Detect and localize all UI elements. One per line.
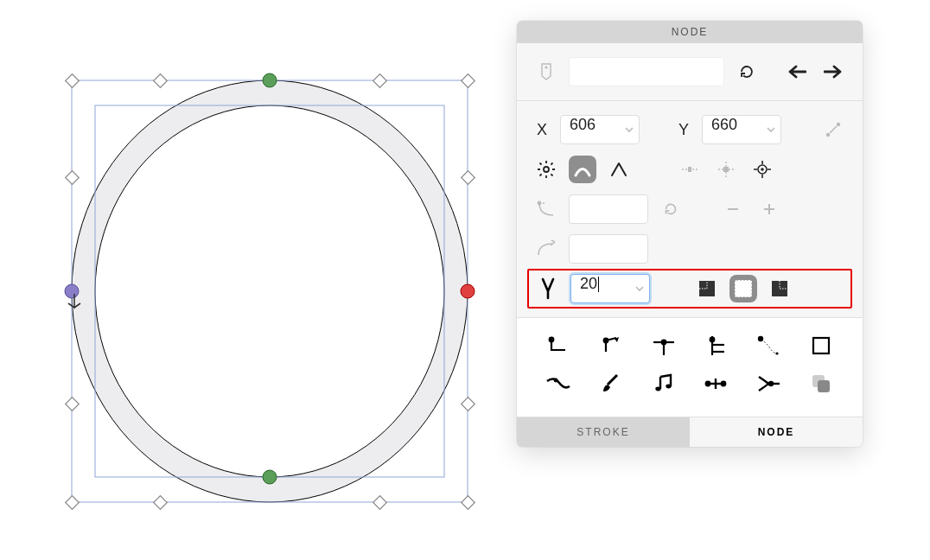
align-center-button[interactable]: [712, 156, 740, 183]
svg-rect-7: [373, 496, 387, 510]
text-caret: [598, 277, 599, 292]
svg-point-69: [768, 381, 774, 386]
svg-rect-28: [723, 167, 729, 172]
footer-tabs: STROKE NODE: [517, 417, 863, 447]
cap-style-2-button[interactable]: [729, 275, 757, 302]
svg-rect-10: [462, 171, 475, 185]
tag-icon: [532, 58, 560, 86]
node-right-selected[interactable]: [461, 284, 475, 298]
svg-rect-0: [66, 74, 80, 88]
node-bottom[interactable]: [263, 470, 277, 484]
handle-row-1: [532, 189, 847, 229]
svg-rect-5: [373, 74, 387, 88]
svg-line-21: [551, 174, 552, 175]
ring-shape[interactable]: [72, 80, 468, 502]
svg-rect-2: [66, 496, 80, 510]
svg-rect-46: [735, 280, 752, 297]
tool-overlap[interactable]: [796, 366, 845, 401]
svg-point-15: [544, 167, 549, 172]
handle-curve-icon: [532, 195, 560, 223]
tool-tangent-point[interactable]: [587, 328, 636, 363]
tool-align-v[interactable]: [691, 328, 741, 363]
y-input[interactable]: 660: [702, 115, 781, 144]
svg-rect-11: [462, 398, 475, 411]
tool-grid: [517, 317, 863, 417]
node-panel: NODE X 606: [517, 21, 863, 447]
handle-input-2[interactable]: [569, 234, 648, 264]
svg-rect-72: [818, 380, 830, 392]
node-top[interactable]: [263, 73, 277, 87]
prev-button[interactable]: [783, 58, 811, 86]
minus-button[interactable]: [719, 195, 747, 223]
corner-node-button[interactable]: [605, 156, 633, 183]
x-input[interactable]: 606: [560, 115, 640, 144]
svg-point-64: [666, 385, 671, 389]
tab-node[interactable]: NODE: [690, 417, 863, 447]
handle-row-2: [532, 229, 847, 269]
tool-barbell[interactable]: [691, 366, 741, 401]
svg-rect-25: [688, 167, 691, 172]
refresh-button[interactable]: [733, 58, 761, 86]
width-input[interactable]: 20: [570, 274, 650, 303]
plus-button[interactable]: [755, 195, 783, 223]
y-label: Y: [674, 121, 693, 139]
svg-rect-6: [154, 496, 168, 510]
svg-point-12: [545, 66, 547, 68]
tool-rect[interactable]: [796, 328, 845, 363]
tool-curve-dots[interactable]: [744, 328, 793, 363]
svg-point-58: [758, 336, 763, 341]
nib-icon: [534, 275, 562, 302]
svg-rect-9: [66, 398, 80, 411]
tool-merge[interactable]: [744, 366, 793, 401]
next-button[interactable]: [819, 58, 847, 86]
reset-handle-button[interactable]: [657, 195, 685, 223]
tool-corner-point[interactable]: [534, 328, 583, 363]
x-label: X: [532, 121, 551, 139]
svg-rect-8: [66, 171, 80, 185]
tool-music[interactable]: [639, 366, 688, 401]
svg-point-61: [554, 379, 558, 383]
tool-knife[interactable]: [534, 366, 583, 401]
svg-line-20: [540, 163, 542, 165]
handle-input-1[interactable]: [569, 194, 648, 224]
tool-cross[interactable]: [639, 328, 688, 363]
tab-stroke[interactable]: STROKE: [517, 417, 690, 447]
svg-rect-1: [462, 74, 475, 88]
smooth-node-button[interactable]: [569, 156, 596, 183]
svg-line-23: [551, 163, 552, 165]
svg-rect-60: [813, 338, 829, 353]
highlighted-row: 20: [527, 269, 852, 309]
svg-point-13: [826, 133, 830, 137]
settings-button[interactable]: [532, 156, 560, 183]
canvas[interactable]: [0, 0, 497, 560]
coord-row: X 606 Y 660: [532, 110, 847, 150]
tag-row: [532, 52, 847, 92]
handle-tangent-icon: [532, 235, 560, 263]
svg-line-22: [540, 174, 542, 175]
selection-bbox-inner: [95, 105, 444, 477]
svg-rect-3: [462, 496, 475, 510]
panel-title: NODE: [517, 21, 863, 43]
target-button[interactable]: [748, 156, 776, 183]
bbox-handles[interactable]: [66, 74, 475, 510]
svg-point-14: [837, 123, 840, 126]
svg-point-30: [761, 168, 764, 171]
svg-point-59: [775, 352, 778, 354]
cap-style-1-button[interactable]: [693, 275, 721, 302]
tool-brush[interactable]: [587, 366, 636, 401]
tag-input[interactable]: [569, 57, 724, 86]
node-type-row: [532, 150, 847, 189]
link-coord-button[interactable]: [819, 116, 847, 143]
svg-rect-4: [154, 74, 168, 88]
cap-style-3-button[interactable]: [766, 275, 793, 302]
svg-point-63: [655, 387, 660, 391]
align-h-button[interactable]: [676, 156, 704, 183]
node-left[interactable]: [65, 284, 79, 298]
